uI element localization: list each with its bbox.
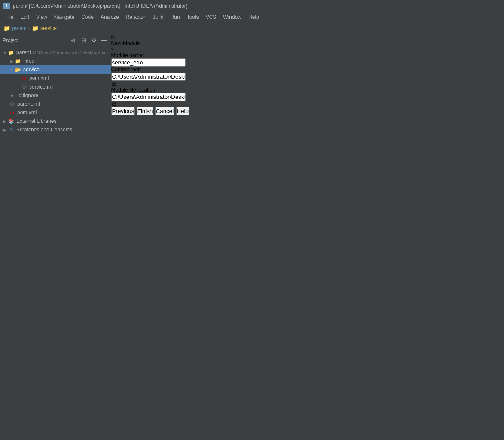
maven-icon: m bbox=[9, 109, 15, 116]
arrow-down-icon: ▼ bbox=[9, 67, 15, 73]
tree-item-pom-root[interactable]: m pom.xml bbox=[0, 108, 111, 117]
content-root-label: Content root: bbox=[111, 67, 141, 73]
content-root-browse-button[interactable]: 🗁 bbox=[111, 81, 189, 87]
tree-item-idea[interactable]: ▶ 📁 .idea bbox=[0, 57, 111, 65]
scratch-icon: ✎ bbox=[8, 126, 15, 133]
module-file-location-input[interactable] bbox=[111, 93, 186, 101]
tree-label-scratches: Scratches and Consoles bbox=[16, 127, 72, 133]
tree-label-idea: .idea bbox=[23, 58, 34, 64]
tree-item-service-iml[interactable]: ⬡ service.iml bbox=[0, 82, 111, 91]
collapse-icon[interactable]: ⊟ bbox=[79, 36, 88, 45]
tree-label-parent: parent bbox=[16, 49, 31, 55]
close-panel-icon[interactable]: — bbox=[100, 36, 109, 45]
module-file-location-label: Module file location: bbox=[111, 87, 157, 93]
module-file-location-row: Module file location: 🗁 bbox=[111, 87, 189, 107]
main-layout: Project ⊕ ⊟ ⚙ — ▼ 📁 parent C:\Users\Admi… bbox=[0, 34, 504, 440]
add-icon[interactable]: ⊕ bbox=[69, 36, 78, 45]
tree-label-parent-iml: parent.iml bbox=[17, 101, 40, 107]
iml-icon: ⬡ bbox=[21, 83, 27, 90]
cancel-button[interactable]: Cancel bbox=[155, 107, 175, 115]
content-area: N New Module × Module name: bbox=[111, 34, 189, 440]
app-icon: I bbox=[3, 3, 10, 9]
menu-file[interactable]: File bbox=[2, 13, 17, 21]
browse-icon: 🗁 bbox=[111, 81, 116, 87]
finish-button[interactable]: Finish bbox=[137, 107, 154, 115]
arrow-right-icon: ▶ bbox=[9, 58, 15, 64]
menu-vcs[interactable]: VCS bbox=[202, 13, 220, 21]
dialog-title: New Module bbox=[111, 40, 140, 46]
project-panel-label: Project bbox=[3, 37, 67, 43]
arrow-right-icon: ▶ bbox=[2, 118, 8, 124]
dialog-titlebar-left: N New Module bbox=[111, 34, 189, 46]
new-module-dialog: N New Module × Module name: bbox=[111, 34, 189, 115]
dialog-titlebar: N New Module × bbox=[111, 34, 189, 52]
arrow-right-icon: ▶ bbox=[2, 127, 8, 133]
tree-label-gitignore: .gitignore bbox=[17, 92, 38, 98]
breadcrumb-service[interactable]: service bbox=[40, 25, 57, 31]
menu-navigate[interactable]: Navigate bbox=[51, 13, 78, 21]
sidebar-toolbar: Project ⊕ ⊟ ⚙ — bbox=[0, 34, 111, 46]
menu-view[interactable]: View bbox=[33, 13, 51, 21]
tree-item-scratches[interactable]: ▶ ✎ Scratches and Consoles bbox=[0, 125, 111, 134]
breadcrumb: 📁 parent › 📁 service bbox=[0, 22, 504, 34]
breadcrumb-separator: › bbox=[28, 25, 30, 31]
module-name-input[interactable] bbox=[111, 58, 186, 67]
tree-item-pom-service[interactable]: m pom.xml bbox=[0, 74, 111, 82]
tree-item-gitignore[interactable]: ● .gitignore bbox=[0, 91, 111, 100]
tree-label-pom-root: pom.xml bbox=[17, 110, 37, 116]
tree-path-parent: C:\Users\Administrator\Desktop\pa... bbox=[33, 50, 110, 55]
settings-icon[interactable]: ⚙ bbox=[90, 36, 98, 45]
tree-label-service-iml: service.iml bbox=[29, 84, 54, 90]
window-title: parent [C:\Users\Administrator\Desktop\p… bbox=[13, 3, 188, 9]
tree-item-service[interactable]: ▼ 📂 service bbox=[0, 65, 111, 74]
folder-open-icon: 📂 bbox=[15, 66, 21, 73]
content-root-input[interactable] bbox=[111, 73, 186, 81]
help-button[interactable]: Help bbox=[176, 107, 189, 115]
menu-bar: File Edit View Navigate Code Analyze Ref… bbox=[0, 12, 504, 22]
menu-run[interactable]: Run bbox=[167, 13, 183, 21]
tree-item-parent-iml[interactable]: ⬡ parent.iml bbox=[0, 100, 111, 108]
project-tree: ▼ 📁 parent C:\Users\Administrator\Deskto… bbox=[0, 46, 111, 136]
browse-icon: 🗁 bbox=[111, 101, 116, 107]
folder-icon: 📁 bbox=[8, 49, 15, 56]
menu-window[interactable]: Window bbox=[220, 13, 245, 21]
module-name-label: Module name: bbox=[111, 52, 144, 58]
module-name-row: Module name: bbox=[111, 52, 189, 67]
project-panel: Project ⊕ ⊟ ⚙ — ▼ 📁 parent C:\Users\Admi… bbox=[0, 34, 111, 440]
tree-label-external-libraries: External Libraries bbox=[16, 118, 56, 124]
iml-icon: ⬡ bbox=[9, 101, 15, 107]
menu-refactor[interactable]: Refactor bbox=[122, 13, 149, 21]
menu-tools[interactable]: Tools bbox=[183, 13, 202, 21]
arrow-down-icon: ▼ bbox=[2, 49, 8, 55]
content-root-input-container: 🗁 bbox=[111, 73, 189, 87]
dialog-body: Module name: Content root: 🗁 bbox=[111, 52, 189, 107]
menu-build[interactable]: Build bbox=[149, 13, 167, 21]
menu-analyze[interactable]: Analyze bbox=[97, 13, 122, 21]
library-icon: 📚 bbox=[8, 118, 15, 125]
tree-label-pom-service: pom.xml bbox=[29, 75, 49, 81]
module-name-input-container bbox=[111, 58, 189, 67]
folder-icon: 📁 bbox=[15, 58, 21, 64]
menu-edit[interactable]: Edit bbox=[17, 13, 33, 21]
menu-help[interactable]: Help bbox=[245, 13, 263, 21]
maven-icon: m bbox=[21, 75, 27, 82]
dialog-footer: Previous Finish Cancel Help bbox=[111, 107, 189, 115]
dialog-overlay: N New Module × Module name: bbox=[111, 34, 189, 115]
title-bar: I parent [C:\Users\Administrator\Desktop… bbox=[0, 0, 504, 12]
tree-item-parent[interactable]: ▼ 📁 parent C:\Users\Administrator\Deskto… bbox=[0, 48, 111, 57]
dialog-icon: N bbox=[111, 34, 189, 40]
menu-code[interactable]: Code bbox=[78, 13, 97, 21]
gitignore-icon: ● bbox=[9, 92, 15, 99]
module-file-location-input-container: 🗁 bbox=[111, 93, 189, 107]
tree-item-external-libraries[interactable]: ▶ 📚 External Libraries bbox=[0, 117, 111, 125]
dialog-close-button[interactable]: × bbox=[111, 46, 189, 52]
previous-button[interactable]: Previous bbox=[111, 107, 135, 115]
content-root-row: Content root: 🗁 bbox=[111, 67, 189, 87]
module-file-location-browse-button[interactable]: 🗁 bbox=[111, 101, 189, 107]
tree-label-service: service bbox=[23, 67, 40, 73]
breadcrumb-parent[interactable]: parent bbox=[12, 25, 27, 31]
